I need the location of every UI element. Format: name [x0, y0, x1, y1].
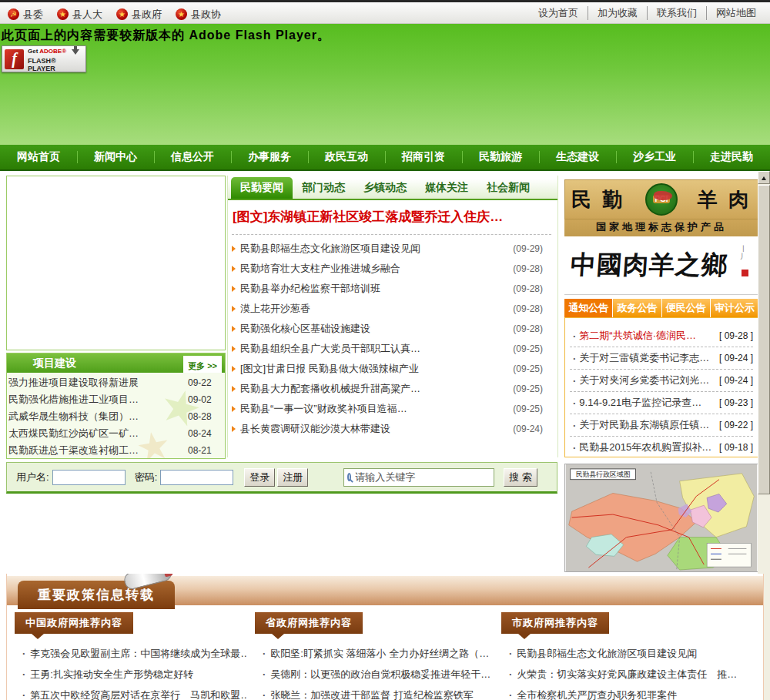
list-item[interactable]: 民勤强化措施推进工业项目… 09-02 [8, 391, 222, 408]
list-item[interactable]: 李克强会见欧盟副主席：中国将继续成为全球最… [15, 643, 247, 664]
mutton-gi-banner[interactable]: 民 勤 PGI 羊 肉 [564, 179, 758, 219]
column-header: 中国政府网推荐内容 [15, 612, 133, 634]
contact-us-link[interactable]: 联系我们 [647, 6, 706, 20]
site-link-peoples-congress[interactable]: 县人大 [57, 8, 102, 22]
flash-banner-area: 此页面上的内容需要较新版本的 Adobe Flash Player。 f Get… [0, 24, 770, 145]
list-item[interactable]: 漠上花开沙葱香 (09-28) [230, 299, 557, 319]
page: 县委 县人大 县政府 县政协 设为首页 加为收藏 联系我们 网站地图 此页面上的… [0, 0, 770, 700]
scrollbar-thumb[interactable] [758, 185, 770, 494]
tab-minqin-headlines[interactable]: 民勤要闻 [231, 177, 293, 199]
site-link-county-committee[interactable]: 县委 [8, 8, 43, 22]
sitemap-link[interactable]: 网站地图 [706, 6, 765, 20]
nav-item-ecology[interactable]: 生态建设 [539, 145, 616, 169]
nav-item-home[interactable]: 网站首页 [0, 145, 77, 169]
get-flash-player-button[interactable]: f Get ADOBE® FLASH® PLAYER [2, 45, 86, 72]
nav-item-info-disclosure[interactable]: 信息公开 [154, 145, 231, 169]
list-item[interactable]: 民勤县大力配套播收机械提升甜高粱产… (09-25) [230, 379, 557, 399]
bullet-arrow-icon [232, 386, 236, 392]
username-label: 用户名: [16, 471, 49, 484]
national-emblem-icon [116, 8, 128, 20]
projects-list: 强力推进项目建设取得新进展 09-22 民勤强化措施推进工业项目… 09-02 … [7, 373, 225, 458]
list-item[interactable]: 关于对夹河乡党委书记刘光… [ 09-24 ] [570, 370, 753, 392]
login-button[interactable]: 登录 [244, 468, 275, 487]
list-item[interactable]: [图文]甘肃日报 民勤县做大做强辣椒产业 (09-25) [230, 359, 557, 379]
list-item[interactable]: 王勇:扎实推动安全生产形势稳定好转 [15, 664, 247, 685]
search-input[interactable] [355, 471, 490, 483]
banner-right-text: 羊 肉 [698, 186, 752, 213]
tab-audit-publicity[interactable]: 审计公示 [711, 299, 758, 317]
top-headline-link[interactable]: [图文]东湖镇正新社区竣工落成暨乔迁入住庆… [233, 208, 554, 226]
nav-item-about[interactable]: 走进民勤 [693, 145, 770, 169]
list-item[interactable]: 第二期“共筑诚信·德润民… [ 09-28 ] [570, 325, 753, 347]
nav-item-investment[interactable]: 招商引资 [385, 145, 462, 169]
list-item[interactable]: 民勤县郎福生态文化旅游区项目建设见闻 [501, 643, 755, 664]
list-item[interactable]: 民勤强化核心区基础设施建设 (09-28) [230, 319, 557, 339]
list-item[interactable]: 吴德刚：以更强的政治自觉积极稳妥推进年轻干… [255, 664, 495, 685]
add-favorite-link[interactable]: 加为收藏 [588, 6, 647, 20]
list-item[interactable]: 第五次中欧经贸高层对话在京举行 马凯和欧盟… [15, 685, 247, 700]
tab-gov-announcements[interactable]: 政务公告 [613, 299, 661, 317]
news-list: 民勤县郎福生态文化旅游区项目建设见闻 (09-29) 民勤培育壮大支柱产业推进城… [230, 239, 557, 439]
policy-column-china-gov: 中国政府网推荐内容 李克强会见欧盟副主席：中国将继续成为全球最… 王勇:扎实推动… [15, 612, 247, 700]
tab-department-news[interactable]: 部门动态 [293, 177, 354, 199]
policy-section: 重要政策信息转载 中国政府网推荐内容 李克强会见欧盟副主席：中国将继续成为全球最… [6, 574, 764, 700]
tab-public-service[interactable]: 便民公告 [662, 299, 710, 317]
register-button[interactable]: 注册 [277, 468, 308, 487]
list-item[interactable]: 9.14-9.21电子监控记录查… [ 09-23 ] [570, 392, 753, 414]
site-link-label: 县委 [23, 8, 43, 22]
list-item[interactable]: 关于对民勤县东湖镇原任镇… [ 09-22 ] [570, 414, 753, 437]
list-item[interactable]: 火荣贵：切实落实好党风廉政建设主体责任 推… [501, 664, 755, 685]
list-item[interactable]: 全市检察机关严厉查办职务犯罪案件 [501, 685, 755, 700]
list-item[interactable]: 民勤县2015年农机购置拟补… [ 09-18 ] [570, 437, 753, 457]
tab-social-news[interactable]: 社会新闻 [477, 177, 539, 199]
signature-marks: 丨丿 [740, 245, 748, 260]
list-item[interactable]: 民勤县郎福生态文化旅游区项目建设见闻 (09-29) [230, 239, 557, 259]
list-item[interactable]: 民勤县举办纪检监察干部培训班 (09-28) [230, 279, 557, 299]
calligraphy-text: 中國肉羊之鄉 [569, 248, 728, 283]
tab-township-news[interactable]: 乡镇动态 [354, 177, 416, 199]
column-header: 市政府网推荐内容 [501, 612, 609, 634]
list-item[interactable]: 民勤培育壮大支柱产业推进城乡融合 (09-28) [230, 259, 557, 279]
nav-item-interaction[interactable]: 政民互动 [308, 145, 385, 169]
list-item[interactable]: 关于对三雷镇党委书记李志… [ 09-24 ] [570, 347, 753, 370]
site-link-label: 县人大 [72, 8, 102, 22]
site-link-cppcc[interactable]: 县政协 [176, 8, 221, 22]
flash-notice-text: 此页面上的内容需要较新版本的 Adobe Flash Player。 [2, 28, 330, 44]
list-item[interactable]: 太西煤民勤红沙岗矿区一矿… 08-24 [8, 425, 222, 442]
login-search-bar: 用户名: 密码: 登录 注册 搜 索 [6, 462, 557, 494]
flash-logo-icon: f [5, 49, 24, 69]
list-item[interactable]: 民勤跃进总干渠改造衬砌工… 08-21 [8, 442, 222, 458]
bullet-arrow-icon [232, 246, 236, 252]
list-item[interactable]: 强力推进项目建设取得新进展 09-22 [8, 374, 222, 391]
nav-item-industry[interactable]: 沙乡工业 [616, 145, 693, 169]
scroll-up-button[interactable] [758, 171, 770, 184]
nav-item-services[interactable]: 办事服务 [231, 145, 308, 169]
username-field[interactable] [52, 470, 126, 485]
county-map[interactable]: 民勤县行政区域图 [564, 464, 758, 572]
search-button[interactable]: 搜 索 [504, 468, 537, 487]
nav-item-news-center[interactable]: 新闻中心 [77, 145, 154, 169]
set-homepage-link[interactable]: 设为首页 [529, 6, 588, 20]
site-links: 县委 县人大 县政府 县政协 [8, 5, 221, 24]
headline-divider [232, 234, 551, 235]
tab-notices[interactable]: 通知公告 [564, 299, 612, 317]
tab-media-focus[interactable]: 媒体关注 [416, 177, 477, 199]
site-link-government[interactable]: 县政府 [116, 8, 162, 22]
list-item[interactable]: 民勤县组织全县广大党员干部职工认真… (09-25) [230, 339, 557, 359]
password-field[interactable] [160, 470, 233, 485]
list-item[interactable]: 县长黄霞调研汉能沙漠大林带建设 (09-24) [230, 419, 557, 439]
policy-column-province-gov: 省政府网推荐内容 欧阳坚:盯紧抓实 落细落小 全力办好丝绸之路（… 吴德刚：以更… [255, 612, 495, 700]
list-item[interactable]: 武威华晟生物科技（集团）… 08-28 [8, 408, 222, 425]
projects-panel: 项目建设 更多 >> 强力推进项目建设取得新进展 09-22 民勤强化措施推进工… [6, 353, 226, 459]
nav-item-tourism[interactable]: 民勤旅游 [462, 145, 539, 169]
bullet-arrow-icon [232, 346, 236, 352]
list-item[interactable]: 民勤县“一事一议”财政奖补项目造福… (09-25) [230, 399, 557, 419]
list-item[interactable]: 欧阳坚:盯紧抓实 落细落小 全力办好丝绸之路（… [255, 643, 495, 664]
party-emblem-icon [8, 8, 19, 20]
search-icon [347, 473, 351, 481]
banner-subtitle: 国家地理标志保护产品 [564, 219, 758, 236]
bullet-arrow-icon [232, 266, 236, 272]
calligraphy-banner[interactable]: 中國肉羊之鄉 丨丿 [564, 239, 758, 291]
list-item[interactable]: 张晓兰：加强改进干部监督 打造纪检监察铁军 [255, 685, 495, 700]
bullet-arrow-icon [232, 306, 236, 312]
